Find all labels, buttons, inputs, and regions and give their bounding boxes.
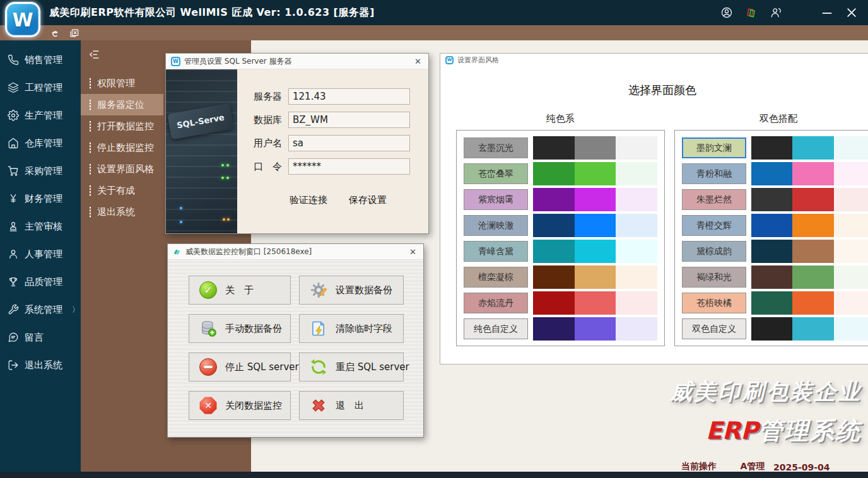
field-label: 口 令: [254, 161, 283, 173]
username-input[interactable]: [288, 135, 410, 151]
theme-button[interactable]: 朱墨烂然: [682, 189, 746, 210]
theme-row: 朱墨烂然: [682, 188, 868, 211]
sidebar-item-production[interactable]: 生产管理: [0, 102, 81, 129]
dialog-title: 威美数据监控控制窗口 [250618exe]: [185, 247, 312, 257]
submenu-item-open-monitor[interactable]: 打开数据监控: [81, 115, 163, 137]
setup-backup-button[interactable]: 设置数据备份: [299, 276, 404, 305]
attach-e-icon[interactable]: [49, 28, 60, 38]
color-preview-strip: [751, 214, 868, 237]
color-swatch: [834, 240, 868, 263]
sidebar-item-purchasing[interactable]: 采购管理: [0, 157, 81, 185]
button-label: 关闭数据监控: [225, 400, 282, 412]
sidebar-item-finance[interactable]: 财务管理: [0, 185, 81, 213]
menu-fold-icon[interactable]: [88, 49, 100, 63]
yen-icon: [8, 193, 19, 204]
custom-duo-button[interactable]: 双色自定义: [682, 318, 746, 339]
dots-icon: [89, 163, 91, 175]
theme-button[interactable]: 赤焰流丹: [464, 293, 528, 313]
database-input[interactable]: [288, 112, 410, 128]
user-circle-icon[interactable]: [720, 6, 733, 19]
sidebar-item-system[interactable]: 系统管理〉: [0, 296, 81, 324]
gear-pencil-icon: [309, 281, 328, 300]
theme-button[interactable]: 黛棕成韵: [682, 241, 746, 262]
theme-button[interactable]: 青橙交辉: [682, 215, 746, 236]
color-swatch: [834, 265, 868, 289]
sidebar-item-warehouse[interactable]: 仓库管理: [0, 129, 81, 157]
color-swatch: [751, 265, 792, 289]
theme-row: 纯色自定义: [464, 317, 657, 341]
color-swatch: [533, 265, 575, 289]
manual-backup-button[interactable]: 手动数据备份: [189, 314, 291, 343]
titlebar: 威美印刷ERP软件有限公司 WellMIS 匠成 Ver: 1.0.623 [服…: [0, 0, 868, 25]
sidebar-item-exit[interactable]: 退出系统: [0, 351, 81, 379]
photo-caption: SQL-Serve: [167, 103, 234, 140]
sidebar-item-hr[interactable]: 人事管理: [0, 240, 81, 268]
theme-button-selected[interactable]: 墨韵文澜: [682, 137, 746, 158]
sidebar-item-label: 采购管理: [25, 165, 62, 177]
logout-icon: [8, 359, 19, 371]
theme-button[interactable]: 沧澜映澈: [464, 215, 528, 236]
submenu-item-server-locate[interactable]: 服务器定位: [81, 94, 163, 115]
brand-erp-text: ERP: [706, 417, 758, 445]
exit-button[interactable]: 退 出: [299, 391, 404, 420]
led-light: [227, 218, 230, 221]
restart-sql-server-button[interactable]: 重启 SQL server: [299, 353, 404, 382]
close-data-monitor-button[interactable]: ✕关闭数据监控: [189, 391, 291, 420]
database-add-icon: [199, 319, 218, 338]
titlebar-actions: [720, 0, 858, 25]
about-button[interactable]: ✓关 于: [189, 276, 291, 305]
sidebar-item-messages[interactable]: 留言: [0, 324, 81, 351]
form-row: 服务器: [254, 88, 410, 105]
app-mini-logo-icon: W: [171, 57, 180, 66]
submenu-item-about[interactable]: 关于有成: [81, 180, 163, 201]
stop-sql-server-button[interactable]: 停止 SQL server: [189, 353, 291, 382]
theme-button[interactable]: 紫宸烟霭: [464, 189, 528, 210]
theme-button[interactable]: 青嶂含黛: [464, 241, 528, 262]
close-icon[interactable]: ✕: [408, 247, 418, 257]
theme-button[interactable]: 檀栾凝棕: [464, 267, 528, 288]
color-swatch: [533, 317, 575, 341]
sidebar-item-label: 财务管理: [25, 193, 62, 205]
led-light: [180, 207, 182, 209]
color-pages-icon[interactable]: [745, 6, 758, 19]
export-window-icon[interactable]: [69, 28, 79, 38]
submenu-item-ui-style[interactable]: 设置界面风格: [81, 158, 163, 180]
color-swatch: [792, 136, 833, 160]
custom-solid-button[interactable]: 纯色自定义: [464, 318, 528, 339]
brand-line2: ERP管理系统: [670, 415, 862, 447]
sidebar-item-label: 留言: [25, 332, 44, 344]
sidebar-item-sales[interactable]: 销售管理: [0, 46, 81, 74]
company-branding: 威美印刷包装企业 ERP管理系统: [670, 377, 862, 447]
color-swatch: [616, 240, 657, 263]
sidebar-item-engineering[interactable]: 工程管理: [0, 74, 81, 102]
verify-connection-button[interactable]: 验证连接: [290, 194, 327, 206]
theme-button[interactable]: 青粉和融: [682, 163, 746, 184]
theme-button[interactable]: 苍梧映橘: [682, 293, 746, 313]
close-octagon-icon: ✕: [199, 396, 218, 415]
close-button[interactable]: [845, 6, 858, 19]
password-input[interactable]: [288, 158, 410, 175]
theme-button[interactable]: 苍峦叠翠: [464, 163, 528, 184]
clear-temp-fields-button[interactable]: 清除临时字段: [299, 314, 404, 343]
switch-user-icon[interactable]: [770, 6, 782, 19]
led-light: [226, 164, 229, 166]
theme-button[interactable]: 褐绿和光: [682, 267, 746, 288]
theme-row: 双色自定义: [682, 317, 868, 341]
sidebar-item-quality[interactable]: 品质管理: [0, 268, 81, 296]
minimize-button[interactable]: [821, 6, 833, 19]
expand-arrow-icon: 〉: [72, 305, 79, 315]
check-circle-icon: ✓: [199, 281, 218, 300]
submenu-item-stop-monitor[interactable]: 停止数据监控: [81, 137, 163, 158]
led-light: [221, 164, 224, 166]
sidebar-item-label: 人事管理: [25, 248, 62, 260]
sidebar-item-supervisor-audit[interactable]: 主管审核: [0, 213, 81, 240]
submenu-item-exit[interactable]: 退出系统: [81, 201, 163, 223]
submenu-item-permissions[interactable]: 权限管理: [81, 73, 163, 94]
server-input[interactable]: [288, 88, 410, 105]
close-icon[interactable]: ✕: [413, 57, 423, 66]
trophy-icon: [8, 276, 19, 288]
save-settings-button[interactable]: 保存设置: [349, 194, 387, 206]
theme-button[interactable]: 玄墨沉光: [464, 137, 528, 158]
dots-icon: [89, 120, 91, 132]
submenu-item-label: 关于有成: [97, 185, 135, 197]
